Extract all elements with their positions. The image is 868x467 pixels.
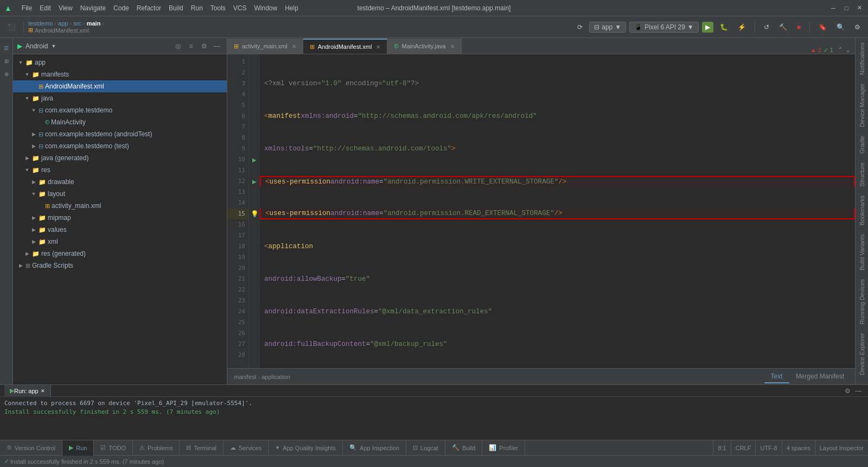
gear-icon[interactable]: ⚙ (199, 41, 209, 52)
code-area[interactable]: <?xml version="1.0" encoding="utf-8"?> <… (260, 54, 855, 368)
debug-button[interactable]: 🐛 (717, 22, 731, 33)
layout-inspector-btn[interactable]: Layout Inspector (815, 440, 868, 456)
menu-code[interactable]: Code (110, 3, 132, 13)
menu-build[interactable]: Build (165, 3, 187, 13)
maximize-button[interactable]: □ (842, 4, 851, 12)
stop-btn[interactable]: ■ (794, 22, 804, 33)
bottom-tab-services[interactable]: ☁ Services (224, 440, 269, 456)
breadcrumb-manifest[interactable]: manifest (234, 374, 257, 380)
collapse-editor-icon[interactable]: ⌃ (838, 46, 843, 54)
structure-panel-tab[interactable]: Structure (857, 158, 867, 191)
tree-item-mainactivity[interactable]: © MainActivity (13, 116, 227, 128)
toolbar-btn-1[interactable]: ⬛ (4, 22, 19, 33)
tree-item-gradle[interactable]: ▶ ⊞ Gradle Scripts (13, 260, 227, 272)
gradle-panel-tab[interactable]: Gradle (857, 131, 867, 158)
close-button[interactable]: ✕ (855, 4, 864, 12)
tree-item-java[interactable]: ▼ 📁 java (13, 92, 227, 104)
tree-item-layout[interactable]: ▼ 📁 layout (13, 188, 227, 200)
menu-refactor[interactable]: Refactor (133, 3, 164, 13)
menu-view[interactable]: View (55, 3, 76, 13)
device-selector[interactable]: 📱 Pixel 6 API 29 ▼ (629, 22, 699, 33)
bottom-tab-version-control[interactable]: ⑤ Version Control (0, 440, 62, 456)
menu-navigate[interactable]: Navigate (77, 3, 109, 13)
breadcrumb-application[interactable]: application (261, 374, 290, 380)
run-tab-app[interactable]: ▶ Run: app ✕ (4, 385, 51, 397)
run-tab-close-icon[interactable]: ✕ (41, 388, 45, 394)
tree-item-xml-folder[interactable]: ▶ 📁 xml (13, 236, 227, 248)
vcs-update-btn[interactable]: ⟳ (574, 22, 586, 33)
status-indent[interactable]: 4 spaces (782, 440, 815, 456)
tab-close-mainactivity[interactable]: ✕ (450, 43, 455, 49)
menu-edit[interactable]: Edit (36, 3, 54, 13)
bottom-tab-run[interactable]: ▶ Run (62, 440, 94, 456)
device-explorer-panel-tab[interactable]: Device Explorer (857, 329, 867, 380)
bottom-tab-app-quality[interactable]: ✦ App Quality Insights (269, 440, 343, 456)
menu-file[interactable]: File (18, 3, 35, 13)
editor-tab-text[interactable]: Text (764, 370, 789, 383)
gutter-12[interactable]: ▶ (249, 176, 260, 187)
locate-file-btn[interactable]: ◎ (173, 41, 183, 52)
search-everywhere-btn[interactable]: 🔍 (833, 22, 848, 33)
menu-vcs[interactable]: VCS (230, 3, 250, 13)
build-variants-panel-tab[interactable]: Build Variants (857, 230, 867, 275)
gutter-10[interactable]: ▶ (249, 154, 260, 165)
minimize-button[interactable]: ─ (829, 4, 838, 12)
menu-run[interactable]: Run (188, 3, 206, 13)
device-manager-panel-tab[interactable]: Device Manager (857, 79, 867, 131)
bottom-tab-build[interactable]: 🔨 Build (445, 440, 482, 456)
project-icon[interactable]: ☰ (1, 42, 12, 53)
tree-item-values[interactable]: ▶ 📁 values (13, 224, 227, 236)
bc-src[interactable]: src (73, 20, 81, 27)
bottom-tab-profiler[interactable]: 📊 Profiler (482, 440, 525, 456)
bc-main[interactable]: main (87, 20, 101, 27)
gutter-15[interactable]: 💡 (249, 209, 260, 219)
bottom-tab-logcat[interactable]: ⊡ Logcat (406, 440, 445, 456)
settings-btn[interactable]: ⚙ (851, 22, 864, 33)
running-devices-panel-tab[interactable]: Running Devices (857, 275, 867, 329)
bc-testdemo[interactable]: testdemo (28, 20, 53, 27)
tree-item-activity-main[interactable]: ⊞ activity_main.xml (13, 200, 227, 212)
bottom-tab-terminal[interactable]: ⊟ Terminal (180, 440, 224, 456)
tree-item-java-gen[interactable]: ▶ 📁 java (generated) (13, 152, 227, 164)
menu-window[interactable]: Window (251, 3, 281, 13)
expand-editor-icon[interactable]: ⌄ (845, 46, 851, 54)
settings-tree-btn[interactable]: ≡ (186, 41, 196, 52)
resource-manager-icon[interactable]: ⊞ (1, 55, 12, 66)
bc-app[interactable]: app (58, 20, 68, 27)
bottom-tab-app-inspection[interactable]: 🔍 App Inspection (343, 440, 406, 456)
tree-item-androidmanifest[interactable]: ⊞ AndroidManifest.xml (13, 80, 227, 92)
status-charset[interactable]: UTF-8 (755, 440, 781, 456)
tree-item-res[interactable]: ▼ 📁 res (13, 164, 227, 176)
tab-close-androidmanifest[interactable]: ✕ (376, 44, 380, 50)
status-position[interactable]: 8:1 (713, 440, 730, 456)
run-minimize-icon[interactable]: — (853, 386, 864, 396)
menu-help[interactable]: Help (282, 3, 302, 13)
tree-item-androidtest[interactable]: ▶ ⊟ com.example.testdemo (androidTest) (13, 128, 227, 140)
tree-item-drawable[interactable]: ▶ 📁 drawable (13, 176, 227, 188)
run-button[interactable]: ▶ (702, 22, 713, 33)
sync-btn[interactable]: ↺ (761, 22, 773, 33)
tree-item-com-example[interactable]: ▼ ⊟ com.example.testdemo (13, 104, 227, 116)
run-settings-icon[interactable]: ⚙ (842, 386, 853, 396)
commits-icon[interactable]: ⊕ (1, 68, 12, 79)
panel-title-dropdown[interactable]: ▼ (51, 43, 56, 49)
tree-item-res-gen[interactable]: ▶ 📁 res (generated) (13, 248, 227, 260)
tab-mainactivity[interactable]: © MainActivity.java ✕ (387, 39, 461, 54)
tree-item-app[interactable]: ▼ 📁 app (13, 56, 227, 68)
tab-activity-main[interactable]: ⊞ activity_main.xml ✕ (227, 39, 303, 54)
tree-item-test[interactable]: ▶ ⊟ com.example.testdemo (test) (13, 140, 227, 152)
bookmark-btn[interactable]: 🔖 (815, 22, 830, 33)
tab-androidmanifest[interactable]: ⊞ AndroidManifest.xml ✕ (303, 39, 388, 54)
profile-button[interactable]: ⚡ (735, 22, 749, 33)
status-crlf[interactable]: CRLF (731, 440, 756, 456)
bookmarks-panel-tab[interactable]: Bookmarks (857, 191, 867, 230)
bottom-tab-todo[interactable]: ☑ TODO (94, 440, 133, 456)
bottom-tab-problems[interactable]: ⚠ Problems (133, 440, 180, 456)
editor-tab-merged-manifest[interactable]: Merged Manifest (789, 370, 851, 383)
build-btn[interactable]: 🔨 (776, 22, 790, 33)
notifications-panel-tab[interactable]: Notifications (857, 38, 867, 79)
tree-item-mipmap[interactable]: ▶ 📁 mipmap (13, 212, 227, 224)
tab-close-activity-main[interactable]: ✕ (292, 43, 296, 49)
editor-content[interactable]: 1 2 3 4 5 6 7 8 9 10 11 12 13 14 15 16 1… (227, 54, 855, 368)
collapse-panel-btn[interactable]: — (212, 41, 222, 52)
